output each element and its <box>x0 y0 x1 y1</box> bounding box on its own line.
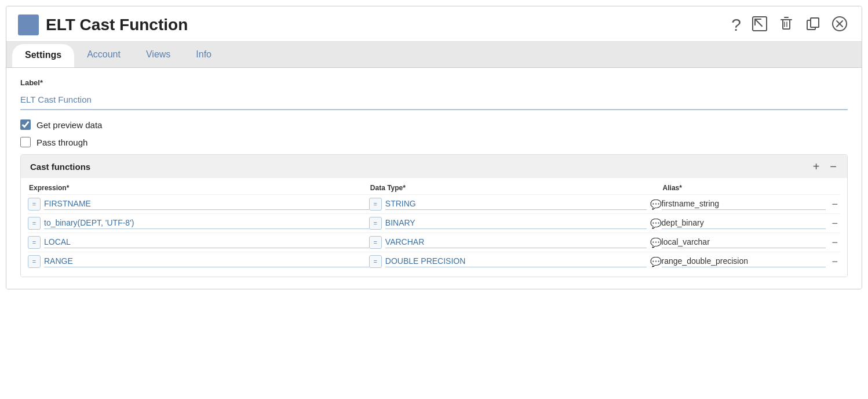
table-row: = RANGE = DOUBLE PRECISION 💬 range_doubl… <box>28 252 840 271</box>
get-preview-row: Get preview data <box>20 119 848 130</box>
label-field-label: Label* <box>20 78 848 87</box>
cast-header-title: Cast functions <box>30 162 90 172</box>
table-row: = to_binary(DEPT, 'UTF-8') = BINARY 💬 de… <box>28 213 840 233</box>
alias-cell-3: local_varchar − <box>662 237 840 248</box>
tab-settings[interactable]: Settings <box>12 44 74 67</box>
expression-value-2: to_binary(DEPT, 'UTF-8') <box>44 218 369 229</box>
alias-cell-2: dept_binary − <box>662 218 840 229</box>
cast-header-buttons: + − <box>812 161 838 172</box>
title-left: ELT Cast Function <box>18 14 188 35</box>
eq-btn-type-3[interactable]: = <box>369 236 382 249</box>
datatype-cell-1: = STRING 💬 <box>369 198 662 211</box>
get-preview-checkbox[interactable] <box>20 119 31 130</box>
eq-btn-type-1[interactable]: = <box>369 198 382 211</box>
comment-icon-1: 💬 <box>650 199 662 210</box>
datatype-value-4: DOUBLE PRECISION <box>385 256 647 267</box>
svg-line-1 <box>755 19 762 26</box>
label-field-row: Label* <box>20 78 848 110</box>
table-row: = LOCAL = VARCHAR 💬 local_varchar − <box>28 233 840 252</box>
cast-table: Expression* Data Type* Alias* = FIRSTNAM… <box>21 178 847 277</box>
datatype-value-2: BINARY <box>385 218 647 229</box>
remove-cast-row-button[interactable]: − <box>829 161 838 172</box>
expression-value-3: LOCAL <box>44 237 369 248</box>
eq-btn-type-4[interactable]: = <box>369 255 382 268</box>
pass-through-row: Pass through <box>20 137 848 147</box>
window-icon <box>18 14 39 35</box>
add-cast-row-button[interactable]: + <box>812 161 821 172</box>
expression-cell-3: = LOCAL <box>28 236 369 249</box>
cast-header: Cast functions + − <box>21 155 847 178</box>
svg-rect-2 <box>783 20 790 29</box>
remove-row-2-button[interactable]: − <box>829 218 840 228</box>
cast-functions-section: Cast functions + − Expression* Data Type… <box>20 154 848 277</box>
remove-row-4-button[interactable]: − <box>829 256 840 267</box>
eq-btn-expr-3[interactable]: = <box>28 236 41 249</box>
col-expression-header: Expression* <box>28 184 369 192</box>
expression-cell-1: = FIRSTNAME <box>28 198 369 211</box>
copy-button[interactable] <box>803 14 823 35</box>
alias-value-3: local_varchar <box>662 237 826 248</box>
alias-value-4: range_double_precision <box>662 256 826 267</box>
expression-cell-4: = RANGE <box>28 255 369 268</box>
eq-btn-expr-1[interactable]: = <box>28 198 41 211</box>
datatype-cell-4: = DOUBLE PRECISION 💬 <box>369 255 662 268</box>
pass-through-checkbox[interactable] <box>20 137 31 147</box>
title-actions: ? <box>729 14 850 35</box>
tab-info[interactable]: Info <box>183 42 224 67</box>
col-alias-header: Alias* <box>662 184 840 192</box>
datatype-value-3: VARCHAR <box>385 237 647 248</box>
expression-value-1: FIRSTNAME <box>44 199 369 210</box>
settings-content: Label* Get preview data Pass through Cas… <box>6 68 862 289</box>
label-input[interactable] <box>20 90 848 110</box>
get-preview-label[interactable]: Get preview data <box>37 120 102 130</box>
expression-value-4: RANGE <box>44 256 369 267</box>
tabs-bar: Settings Account Views Info <box>6 42 862 68</box>
datatype-cell-3: = VARCHAR 💬 <box>369 236 662 249</box>
remove-row-1-button[interactable]: − <box>829 199 840 209</box>
expression-cell-2: = to_binary(DEPT, 'UTF-8') <box>28 217 369 230</box>
remove-row-3-button[interactable]: − <box>829 237 840 248</box>
restore-button[interactable] <box>749 14 770 35</box>
eq-btn-type-2[interactable]: = <box>369 217 382 230</box>
eq-btn-expr-4[interactable]: = <box>28 255 41 268</box>
tab-views[interactable]: Views <box>133 42 183 67</box>
comment-icon-2: 💬 <box>650 218 662 229</box>
alias-cell-4: range_double_precision − <box>662 256 840 267</box>
datatype-cell-2: = BINARY 💬 <box>369 217 662 230</box>
title-bar: ELT Cast Function ? <box>6 6 862 42</box>
comment-icon-4: 💬 <box>650 256 662 267</box>
col-headers: Expression* Data Type* Alias* <box>28 182 840 194</box>
alias-cell-1: firstname_string − <box>662 199 840 210</box>
help-button[interactable]: ? <box>729 15 743 35</box>
pass-through-label[interactable]: Pass through <box>37 137 87 147</box>
comment-icon-3: 💬 <box>650 237 662 248</box>
tab-account[interactable]: Account <box>74 42 133 67</box>
window-title: ELT Cast Function <box>46 16 188 34</box>
close-button[interactable] <box>829 14 850 35</box>
col-datatype-header: Data Type* <box>369 184 662 192</box>
alias-value-2: dept_binary <box>662 218 826 229</box>
datatype-value-1: STRING <box>385 199 647 210</box>
svg-rect-8 <box>811 18 819 27</box>
eq-btn-expr-2[interactable]: = <box>28 217 41 230</box>
delete-button[interactable] <box>776 14 797 35</box>
main-window: ELT Cast Function ? <box>6 6 862 289</box>
alias-value-1: firstname_string <box>662 199 826 210</box>
table-row: = FIRSTNAME = STRING 💬 firstname_string … <box>28 194 840 213</box>
